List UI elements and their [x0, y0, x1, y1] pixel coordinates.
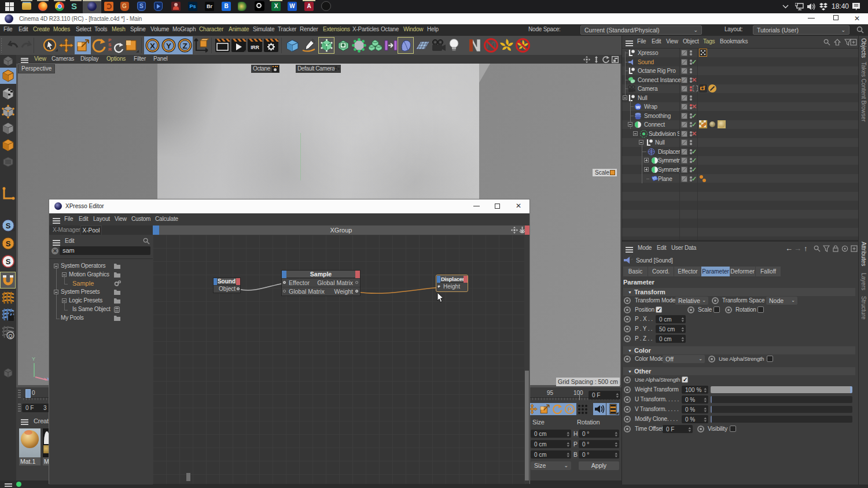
svg-text:IRR: IRR [251, 45, 259, 50]
svg-text:P: P [568, 406, 572, 412]
svg-text:S: S [6, 221, 11, 230]
svg-text:Y: Y [166, 42, 171, 50]
svg-text:S: S [6, 239, 11, 248]
svg-text:Z: Z [182, 42, 187, 50]
svg-text:Q: Q [8, 333, 12, 339]
svg-text:Y: Y [32, 356, 35, 362]
svg-text:W: W [636, 105, 641, 110]
svg-text:S: S [6, 257, 11, 266]
svg-text:X: X [150, 42, 155, 50]
